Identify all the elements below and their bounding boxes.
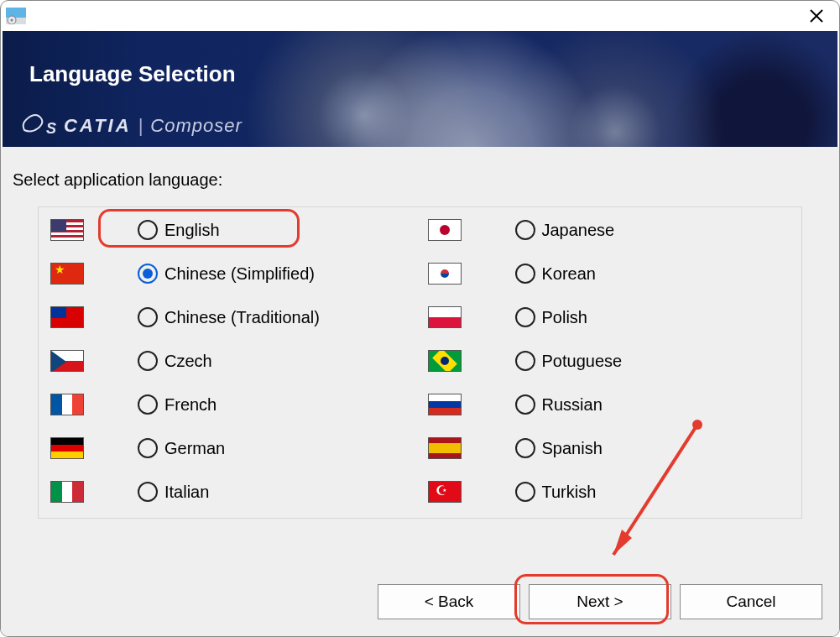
flag-tr-icon [428, 481, 462, 503]
prompt-label: Select application language: [13, 170, 802, 190]
language-option-fr[interactable]: French [47, 394, 416, 415]
language-label: Italian [164, 483, 209, 502]
language-option-cn[interactable]: Chinese (Simplified) [47, 263, 416, 285]
flag-kr-icon [428, 263, 462, 285]
language-option-es[interactable]: Spanish [425, 437, 794, 459]
language-label: Czech [164, 352, 212, 371]
radio-icon [515, 264, 535, 284]
radio-icon [138, 482, 158, 502]
brand-separator: | [138, 115, 144, 137]
language-radio-tr[interactable]: Turkish [515, 482, 597, 502]
language-label: French [164, 395, 217, 415]
language-option-br[interactable]: Potuguese [425, 350, 794, 372]
flag-de-icon [50, 437, 84, 459]
radio-icon [138, 307, 158, 327]
close-button[interactable] [802, 2, 831, 30]
language-label: Potuguese [542, 352, 623, 371]
language-option-us[interactable]: English [47, 219, 416, 241]
language-option-kr[interactable]: Korean [425, 263, 794, 285]
language-option-tr[interactable]: Turkish [425, 481, 794, 503]
flag-cz-icon [50, 350, 84, 372]
language-label: Japanese [542, 221, 615, 240]
footer: < Back Next > Cancel [1, 584, 839, 628]
radio-icon [138, 351, 158, 371]
language-label: Polish [542, 308, 587, 327]
radio-icon [515, 394, 535, 415]
language-radio-br[interactable]: Potuguese [515, 351, 623, 371]
radio-icon [515, 438, 535, 458]
radio-icon [138, 438, 158, 458]
ds-logo-icon: S [21, 113, 57, 138]
language-groupbox: EnglishChinese (Simplified)Chinese (Trad… [38, 206, 802, 519]
banner: Language Selection S CATIA | Composer [3, 31, 837, 147]
banner-title: Language Selection [29, 61, 236, 87]
brand-catia: CATIA [64, 115, 132, 137]
titlebar [1, 1, 839, 31]
flag-jp-icon [428, 219, 462, 241]
dialog-body: Select application language: EnglishChin… [1, 147, 839, 636]
language-radio-es[interactable]: Spanish [515, 438, 603, 458]
language-radio-pl[interactable]: Polish [515, 307, 587, 327]
language-option-cz[interactable]: Czech [47, 350, 416, 372]
language-radio-kr[interactable]: Korean [515, 264, 597, 284]
language-radio-us[interactable]: English [138, 220, 220, 240]
language-label: Korean [542, 264, 597, 284]
close-icon [809, 8, 824, 23]
flag-us-icon [50, 219, 84, 241]
cancel-button[interactable]: Cancel [680, 584, 822, 619]
flag-es-icon [428, 437, 462, 459]
flag-cn-icon [50, 263, 84, 285]
brand-composer: Composer [150, 115, 242, 137]
radio-icon [515, 351, 535, 371]
language-label: German [164, 439, 225, 458]
radio-icon [515, 307, 535, 327]
language-option-ru[interactable]: Russian [425, 394, 794, 415]
radio-icon [515, 482, 535, 502]
app-icon [6, 8, 26, 24]
radio-icon [138, 394, 158, 415]
language-radio-fr[interactable]: French [138, 394, 217, 415]
language-option-de[interactable]: German [47, 437, 416, 459]
radio-icon [138, 220, 158, 240]
language-radio-it[interactable]: Italian [138, 482, 209, 502]
radio-icon [138, 264, 158, 284]
next-button[interactable]: Next > [529, 584, 671, 619]
radio-icon [515, 220, 535, 240]
language-radio-cn[interactable]: Chinese (Simplified) [138, 264, 315, 284]
installer-window: Language Selection S CATIA | Composer Se… [0, 0, 840, 637]
language-label: Spanish [542, 439, 603, 458]
flag-pl-icon [428, 306, 462, 328]
language-label: English [164, 221, 220, 240]
flag-it-icon [50, 481, 84, 503]
language-label: Chinese (Simplified) [164, 264, 315, 284]
flag-br-icon [428, 350, 462, 372]
language-radio-cz[interactable]: Czech [138, 351, 212, 371]
flag-ru-icon [428, 394, 462, 415]
flag-fr-icon [50, 394, 84, 415]
language-option-tw[interactable]: Chinese (Traditional) [47, 306, 416, 328]
language-radio-ru[interactable]: Russian [515, 394, 603, 415]
language-radio-de[interactable]: German [138, 438, 225, 458]
language-label: Chinese (Traditional) [164, 308, 320, 327]
back-button[interactable]: < Back [378, 584, 520, 619]
svg-point-3 [11, 19, 13, 22]
language-option-pl[interactable]: Polish [425, 306, 794, 328]
flag-tw-icon [50, 306, 84, 328]
language-label: Russian [542, 395, 603, 415]
banner-brand: S CATIA | Composer [21, 113, 243, 138]
language-option-it[interactable]: Italian [47, 481, 416, 503]
language-label: Turkish [542, 483, 597, 502]
language-option-jp[interactable]: Japanese [425, 219, 794, 241]
language-radio-jp[interactable]: Japanese [515, 220, 615, 240]
language-radio-tw[interactable]: Chinese (Traditional) [138, 307, 320, 327]
